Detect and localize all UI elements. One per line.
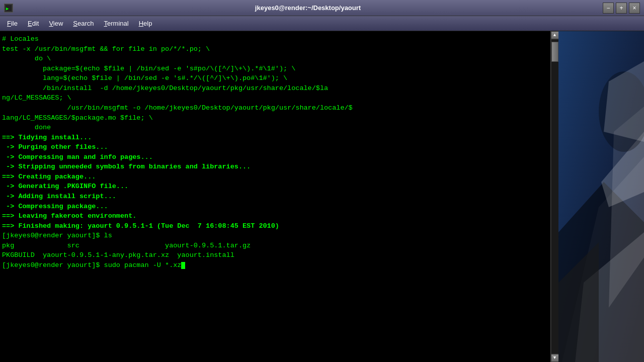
right-panel — [558, 31, 644, 362]
terminal-line-12: -> Purging other files... — [2, 142, 548, 152]
terminal-output[interactable]: # Locales test -x /usr/bin/msgfmt && for… — [0, 31, 550, 362]
terminal-line-18: -> Compressing package... — [2, 202, 548, 212]
terminal-line-5: lang=$(echo $file | /bin/sed -e 's#.*/\(… — [2, 73, 548, 83]
scrollbar-thumb[interactable] — [551, 42, 558, 62]
menu-search[interactable]: Search — [68, 18, 99, 29]
scrollbar-track[interactable] — [551, 40, 558, 353]
menu-edit[interactable]: Edit — [23, 18, 44, 29]
terminal-line-14: -> Stripping unneeded symbols from binar… — [2, 162, 548, 172]
terminal-line-8: /usr/bin/msgfmt -o /home/jkeyes0/Desktop… — [2, 103, 548, 113]
terminal-line-7: ng/LC_MESSAGES; \ — [2, 93, 548, 103]
terminal-line-24: [jkeyes0@render yaourt]$ sudo pacman -U … — [2, 260, 548, 270]
terminal-line-11: ==> Tidying install... — [2, 133, 548, 143]
terminal-line-15: ==> Creating package... — [2, 172, 548, 182]
menu-help[interactable]: Help — [134, 18, 157, 29]
svg-text:▶: ▶ — [6, 6, 9, 11]
scrollbar[interactable]: ▲ ▼ — [550, 31, 558, 362]
terminal-line-19: ==> Leaving fakeroot environment. — [2, 211, 548, 221]
terminal-wrapper: # Locales test -x /usr/bin/msgfmt && for… — [0, 31, 644, 362]
window-controls: − + × — [603, 3, 640, 14]
window-title: jkeyes0@render:~/Desktop/yaourt — [13, 4, 603, 12]
title-bar: ▶ jkeyes0@render:~/Desktop/yaourt − + × — [0, 0, 644, 16]
cursor — [181, 262, 185, 269]
scroll-up-button[interactable]: ▲ — [551, 31, 559, 39]
terminal-line-3: do \ — [2, 54, 548, 64]
menu-terminal[interactable]: Terminal — [99, 18, 134, 29]
panel-decoration — [558, 31, 644, 362]
terminal-line-10: done — [2, 123, 548, 133]
menu-view[interactable]: View — [44, 18, 68, 29]
terminal-line-17: -> Adding install script... — [2, 192, 548, 202]
terminal-line-20: ==> Finished making: yaourt 0.9.5.1-1 (T… — [2, 221, 548, 231]
close-button[interactable]: × — [629, 3, 640, 14]
menu-bar: File Edit View Search Terminal Help — [0, 16, 644, 31]
terminal-line-13: -> Compressing man and info pages... — [2, 152, 548, 162]
menu-file[interactable]: File — [2, 18, 23, 29]
terminal-line-2: test -x /usr/bin/msgfmt && for file in p… — [2, 44, 548, 54]
scroll-down-button[interactable]: ▼ — [551, 354, 559, 362]
terminal-line-6: /bin/install -d /home/jkeyes0/Desktop/ya… — [2, 83, 548, 94]
terminal-line-21: [jkeyes0@render yaourt]$ ls — [2, 231, 548, 241]
terminal-line-23: PKGBUILD yaourt-0.9.5.1-1-any.pkg.tar.xz… — [2, 250, 548, 260]
terminal-line-16: -> Generating .PKGINFO file... — [2, 182, 548, 192]
terminal-icon: ▶ — [4, 4, 13, 13]
terminal-line-9: lang/LC_MESSAGES/$package.mo $file; \ — [2, 113, 548, 123]
terminal-line-4: package=$(echo $file | /bin/sed -e 's#po… — [2, 64, 548, 74]
terminal-line-1: # Locales — [2, 34, 548, 44]
maximize-button[interactable]: + — [616, 3, 627, 14]
minimize-button[interactable]: − — [603, 3, 614, 14]
terminal-line-22: pkg src yaourt-0.9.5.1.tar.gz — [2, 241, 548, 251]
